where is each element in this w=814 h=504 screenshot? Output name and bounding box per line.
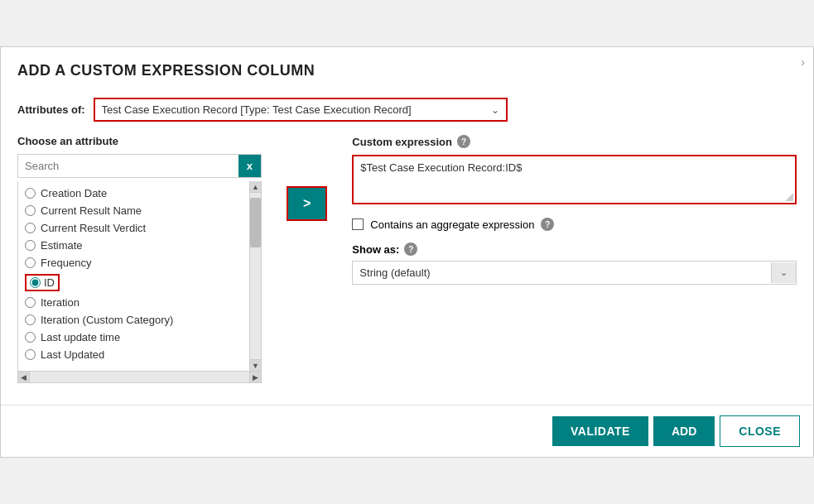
search-clear-button[interactable]: x [238,155,261,177]
show-as-label: Show as: ? [352,242,797,256]
show-as-chevron-icon: ⌄ [771,262,796,283]
main-columns: Choose an attribute x Creation Date Curr… [17,135,797,383]
show-as-select-wrapper[interactable]: String (default) Number Date Boolean ⌄ [352,261,797,285]
close-button[interactable]: CLOSE [720,415,800,447]
attr-radio-id[interactable] [30,277,41,288]
list-item[interactable]: Estimate [18,237,249,254]
attributes-label: Attributes of: [17,103,85,116]
chevron-down-icon: ⌄ [484,104,506,116]
scroll-up-arrow[interactable]: ▲ [250,181,261,193]
left-column: Choose an attribute x Creation Date Curr… [17,135,262,383]
validate-button[interactable]: VALIDATE [552,416,648,446]
resize-handle[interactable] [785,193,793,201]
attr-radio[interactable] [25,297,36,308]
add-to-expression-button[interactable]: > [287,186,327,221]
horizontal-scrollbar: ◀ ▶ [17,372,262,383]
list-item[interactable]: Current Result Verdict [18,219,249,237]
dialog-header: ADD A CUSTOM EXPRESSION COLUMN [1,47,813,88]
list-item[interactable]: Last Updated [18,346,249,363]
custom-expression-help-icon[interactable]: ? [457,135,470,148]
attr-radio[interactable] [25,205,36,216]
selected-attr-indicator: ID [25,274,60,291]
attr-radio[interactable] [25,314,36,325]
list-item[interactable]: Creation Date [18,185,249,202]
scroll-left-arrow[interactable]: ◀ [18,372,30,382]
choose-attribute-label: Choose an attribute [17,135,262,147]
list-item[interactable]: Last update time [18,329,249,346]
dialog: › ADD A CUSTOM EXPRESSION COLUMN Attribu… [0,46,814,458]
list-item[interactable]: Iteration (Custom Category) [18,311,249,329]
dialog-body: Attributes of: Test Case Execution Recor… [1,88,813,391]
search-row: x [17,154,262,178]
attributes-row: Attributes of: Test Case Execution Recor… [17,98,797,122]
attr-radio[interactable] [25,349,36,360]
dialog-title: ADD A CUSTOM EXPRESSION COLUMN [17,62,797,79]
attr-radio[interactable] [25,332,36,343]
list-item[interactable]: Current Result Name [18,202,249,219]
custom-expression-box[interactable]: $Test Case Execution Record:ID$ [352,155,797,204]
middle-section: > [278,161,335,221]
aggregate-row: Contains an aggregate expression ? [352,218,797,231]
scroll-thumb[interactable] [250,198,261,247]
search-input[interactable] [18,155,238,177]
aggregate-label: Contains an aggregate expression [370,218,534,231]
list-item-id[interactable]: ID [18,271,249,294]
custom-expression-text: $Test Case Execution Record:ID$ [360,161,522,174]
attribute-list: Creation Date Current Result Name Curren… [18,181,249,371]
attr-radio[interactable] [25,188,36,199]
attr-radio[interactable] [25,240,36,251]
list-item[interactable]: Iteration [18,294,249,311]
attr-radio[interactable] [25,223,36,233]
custom-expression-label: Custom expression ? [352,135,797,148]
attribute-list-wrapper: Creation Date Current Result Name Curren… [17,181,262,372]
dialog-footer: VALIDATE ADD CLOSE [1,405,813,457]
aggregate-checkbox[interactable] [352,218,364,230]
attr-radio[interactable] [25,257,36,268]
scroll-right-arrow[interactable]: ▶ [249,372,261,382]
scroll-down-arrow[interactable]: ▼ [250,359,261,371]
add-button[interactable]: ADD [653,416,715,446]
vertical-scrollbar[interactable]: ▲ ▼ [249,181,261,371]
aggregate-help-icon[interactable]: ? [541,218,554,231]
expand-icon[interactable]: › [801,55,805,69]
list-item[interactable]: Frequency [18,254,249,271]
custom-expression-container: $Test Case Execution Record:ID$ [352,155,797,204]
attributes-select[interactable]: Test Case Execution Record [Type: Test C… [95,99,484,120]
attributes-select-wrapper[interactable]: Test Case Execution Record [Type: Test C… [94,98,508,122]
show-as-help-icon[interactable]: ? [404,242,417,256]
right-column: Custom expression ? $Test Case Execution… [352,135,797,285]
show-as-select[interactable]: String (default) Number Date Boolean [353,262,771,284]
